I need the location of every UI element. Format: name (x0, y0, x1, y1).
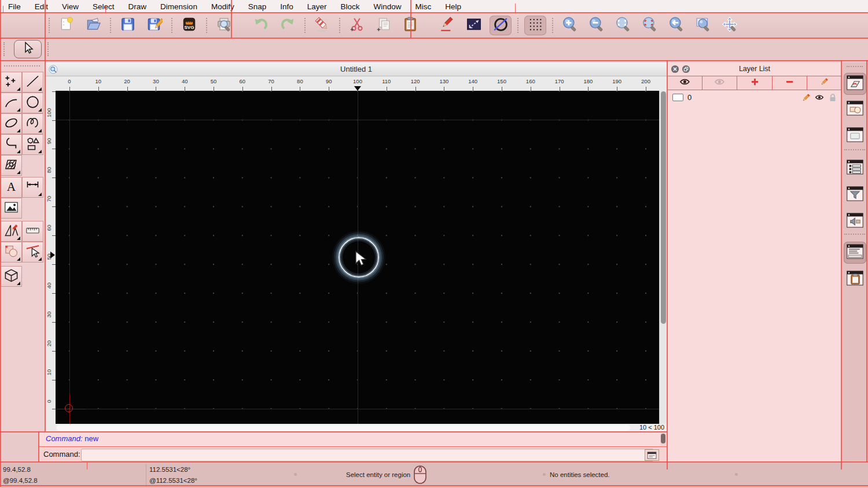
draft-lines-icon (492, 16, 509, 35)
tool-ellipse-button[interactable] (1, 113, 22, 134)
toolbar-grid-toggle-button[interactable] (524, 16, 546, 35)
menu-file[interactable]: File (8, 2, 21, 11)
command-history-scrollbar-thumb[interactable] (661, 434, 665, 443)
menu-layer[interactable]: Layer (307, 2, 327, 11)
zoom-pan-icon (722, 16, 738, 35)
menu-info[interactable]: Info (280, 2, 293, 11)
status-dot (543, 473, 546, 476)
tool-points-button[interactable] (1, 72, 22, 93)
edit-layer-icon[interactable] (801, 93, 811, 102)
vertical-scrollbar-thumb[interactable] (661, 91, 666, 324)
toolbar-redo-button[interactable] (277, 16, 299, 35)
layer-lock-icon[interactable] (828, 93, 837, 102)
show-all-layers-button[interactable] (668, 76, 703, 90)
dock-clipboard-button[interactable] (844, 268, 866, 290)
toolbar-separator (171, 18, 174, 33)
toolbar-save-button[interactable] (117, 16, 139, 35)
menu-misc[interactable]: Misc (415, 2, 432, 11)
toolbar-drag-handle[interactable] (49, 18, 52, 33)
tool-spline-button[interactable] (22, 113, 43, 134)
command-prompt-label: Command: (43, 450, 80, 459)
tool-dimension-button[interactable] (22, 177, 43, 198)
dock-library-button[interactable] (844, 125, 866, 147)
toolbar-zoom-window-button[interactable] (692, 16, 714, 35)
dock-drag-handle[interactable] (847, 66, 863, 67)
toolbar-delete-eraser-button[interactable] (311, 16, 333, 35)
menu-help[interactable]: Help (445, 2, 461, 11)
tool-image-button[interactable] (1, 198, 22, 219)
tool-box-3d-button[interactable] (1, 266, 22, 287)
tool-polygon-button[interactable] (22, 134, 43, 155)
ruler-label: 80 (291, 78, 308, 84)
toolbar-copy-button[interactable] (373, 16, 395, 35)
selection-status: No entities selected. (550, 471, 610, 478)
toolbar-zoom-redraw-button[interactable] (639, 16, 661, 35)
horizontal-scrollbar[interactable] (57, 425, 630, 431)
toolbar-zoom-pan-button[interactable] (719, 16, 741, 35)
palette-drag-handle[interactable] (4, 65, 40, 66)
command-history-scrollbar[interactable] (660, 433, 666, 446)
drawing-window-titlebar[interactable]: Untitled 1 (45, 62, 667, 76)
toolbar-zoom-in-button[interactable] (559, 16, 581, 35)
points-icon (3, 73, 19, 91)
svg-text:A: A (7, 179, 16, 193)
layer-visibility-icon[interactable] (815, 93, 824, 102)
tool-select-entity-button[interactable] (22, 242, 43, 263)
toolbar-attributes-pen-button[interactable] (436, 16, 458, 35)
toolbar-zoom-previous-button[interactable] (665, 16, 687, 35)
menu-select[interactable]: Select (93, 2, 115, 11)
toolbar-export-svg-button[interactable]: SVG (178, 16, 200, 35)
menu-view[interactable]: View (62, 2, 79, 11)
toolbar-undo-button[interactable] (250, 16, 272, 35)
toolbar-separator (517, 18, 520, 33)
toolbar-save-as-button[interactable] (144, 16, 165, 35)
menu-modify[interactable]: Modify (211, 2, 234, 11)
toolbar-drag-handle[interactable] (3, 42, 7, 56)
dock-command-button[interactable] (844, 242, 866, 264)
command-input[interactable] (81, 449, 653, 461)
toolbar-print-preview-button[interactable] (213, 16, 235, 35)
tool-modify-button[interactable] (1, 221, 22, 242)
toolbar-paste-button[interactable] (399, 16, 421, 35)
remove-layer-button[interactable] (773, 76, 807, 90)
menu-snap[interactable]: Snap (248, 2, 267, 11)
tool-measure-button[interactable] (22, 221, 43, 242)
toolbar-zoom-out-button[interactable] (586, 16, 608, 35)
vertical-scrollbar[interactable] (659, 91, 667, 424)
menu-dimension[interactable]: Dimension (160, 2, 197, 11)
tool-hatch-button[interactable] (1, 155, 22, 176)
ruler-label: 10 (46, 365, 53, 380)
tool-text-button[interactable]: A (1, 177, 22, 198)
dock-filter-button[interactable] (844, 184, 866, 206)
toolbar-open-file-button[interactable] (82, 16, 104, 35)
tool-arc-button[interactable] (1, 93, 22, 113)
statusbar-divider (146, 464, 146, 487)
drawing-canvas[interactable] (56, 91, 659, 424)
dock-layer-list-button[interactable] (844, 73, 866, 95)
dock-quick-info-button[interactable] (844, 210, 866, 232)
menu-edit[interactable]: Edit (35, 2, 48, 11)
dock-entity-list-button[interactable] (844, 157, 866, 179)
toolbar-draft-ortho-button[interactable] (463, 16, 485, 35)
tool-circle-button[interactable] (22, 93, 43, 113)
tool-polyline-button[interactable] (1, 134, 22, 155)
toolbar-cut-button[interactable] (346, 16, 368, 35)
toolbar-new-document-button[interactable] (56, 16, 78, 35)
ruler-label: 90 (46, 134, 53, 149)
menu-draw[interactable]: Draw (128, 2, 147, 11)
tool-order-button[interactable] (1, 242, 22, 263)
layer-swatch[interactable] (672, 94, 683, 101)
edit-layer-button[interactable] (807, 76, 841, 90)
add-layer-button[interactable] (737, 76, 772, 90)
menu-block[interactable]: Block (341, 2, 360, 11)
layer-row[interactable]: 0 (668, 91, 841, 103)
toolbar-draft-lines-button[interactable] (490, 16, 512, 35)
canvas-bottom-bar: 10 < 100 (56, 424, 667, 431)
keyboard-focus-button[interactable] (645, 449, 659, 461)
hide-all-layers-button[interactable] (703, 76, 737, 90)
menu-window[interactable]: Window (374, 2, 402, 11)
dock-block-list-button[interactable] (844, 98, 866, 120)
select-tool-button[interactable] (14, 40, 42, 58)
toolbar-zoom-auto-button[interactable] (612, 16, 634, 35)
tool-line-button[interactable] (22, 72, 43, 93)
